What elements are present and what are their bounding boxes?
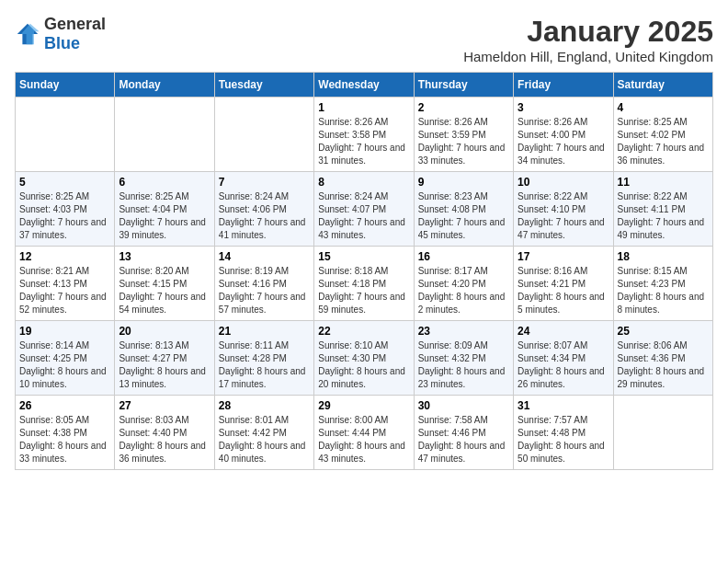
day-cell: 31Sunrise: 7:57 AMSunset: 4:48 PMDayligh… <box>514 396 613 470</box>
day-info: Sunrise: 8:05 AMSunset: 4:38 PMDaylight:… <box>19 414 110 465</box>
day-number: 14 <box>219 250 310 263</box>
day-number: 6 <box>119 176 210 189</box>
day-info: Sunrise: 8:23 AMSunset: 4:08 PMDaylight:… <box>418 190 509 242</box>
day-info: Sunrise: 8:22 AMSunset: 4:10 PMDaylight:… <box>518 190 609 242</box>
calendar-title: January 2025 <box>463 15 713 49</box>
day-number: 27 <box>119 399 210 412</box>
day-number: 15 <box>318 250 409 263</box>
header-monday: Monday <box>115 73 214 98</box>
day-info: Sunrise: 8:00 AMSunset: 4:44 PMDaylight:… <box>318 414 409 465</box>
header-row: SundayMondayTuesdayWednesdayThursdayFrid… <box>16 73 713 98</box>
day-number: 29 <box>318 399 409 412</box>
day-info: Sunrise: 8:16 AMSunset: 4:21 PMDaylight:… <box>518 265 609 316</box>
day-info: Sunrise: 8:19 AMSunset: 4:16 PMDaylight:… <box>219 265 310 316</box>
day-cell: 28Sunrise: 8:01 AMSunset: 4:42 PMDayligh… <box>214 396 313 470</box>
page-header: General Blue January 2025 Hameldon Hill,… <box>15 15 713 64</box>
day-info: Sunrise: 8:15 AMSunset: 4:23 PMDaylight:… <box>618 265 709 316</box>
day-number: 7 <box>219 176 310 189</box>
day-number: 4 <box>618 101 709 114</box>
day-number: 9 <box>418 176 509 189</box>
day-info: Sunrise: 8:25 AMSunset: 4:04 PMDaylight:… <box>119 190 210 242</box>
day-number: 19 <box>19 325 110 338</box>
day-info: Sunrise: 7:58 AMSunset: 4:46 PMDaylight:… <box>418 414 509 465</box>
day-cell: 19Sunrise: 8:14 AMSunset: 4:25 PMDayligh… <box>16 321 115 396</box>
day-number: 2 <box>418 101 509 114</box>
day-info: Sunrise: 8:07 AMSunset: 4:34 PMDaylight:… <box>518 339 609 391</box>
day-number: 23 <box>418 325 509 338</box>
day-info: Sunrise: 8:26 AMSunset: 3:59 PMDaylight:… <box>418 116 509 167</box>
day-cell: 23Sunrise: 8:09 AMSunset: 4:32 PMDayligh… <box>414 321 513 396</box>
day-number: 31 <box>518 399 609 412</box>
day-cell: 3Sunrise: 8:26 AMSunset: 4:00 PMDaylight… <box>514 98 613 172</box>
day-number: 28 <box>219 399 310 412</box>
day-number: 17 <box>518 250 609 263</box>
day-cell <box>214 98 313 172</box>
day-cell: 1Sunrise: 8:26 AMSunset: 3:58 PMDaylight… <box>314 98 414 172</box>
day-cell: 26Sunrise: 8:05 AMSunset: 4:38 PMDayligh… <box>16 396 115 470</box>
day-cell: 7Sunrise: 8:24 AMSunset: 4:06 PMDaylight… <box>214 172 313 247</box>
week-row-2: 5Sunrise: 8:25 AMSunset: 4:03 PMDaylight… <box>16 172 713 247</box>
day-number: 25 <box>618 325 709 338</box>
day-info: Sunrise: 8:09 AMSunset: 4:32 PMDaylight:… <box>418 339 509 391</box>
logo-general: General <box>44 15 106 33</box>
day-info: Sunrise: 8:25 AMSunset: 4:02 PMDaylight:… <box>618 116 709 167</box>
day-cell <box>16 98 115 172</box>
day-number: 10 <box>518 176 609 189</box>
day-info: Sunrise: 8:01 AMSunset: 4:42 PMDaylight:… <box>219 414 310 465</box>
day-number: 22 <box>318 325 409 338</box>
logo: General Blue <box>15 15 106 53</box>
day-cell: 30Sunrise: 7:58 AMSunset: 4:46 PMDayligh… <box>414 396 513 470</box>
day-cell: 8Sunrise: 8:24 AMSunset: 4:07 PMDaylight… <box>314 172 414 247</box>
day-info: Sunrise: 8:25 AMSunset: 4:03 PMDaylight:… <box>19 190 110 242</box>
header-friday: Friday <box>514 73 613 98</box>
day-cell: 16Sunrise: 8:17 AMSunset: 4:20 PMDayligh… <box>414 247 513 321</box>
day-cell: 2Sunrise: 8:26 AMSunset: 3:59 PMDaylight… <box>414 98 513 172</box>
day-info: Sunrise: 8:13 AMSunset: 4:27 PMDaylight:… <box>119 339 210 391</box>
day-cell: 21Sunrise: 8:11 AMSunset: 4:28 PMDayligh… <box>214 321 313 396</box>
week-row-5: 26Sunrise: 8:05 AMSunset: 4:38 PMDayligh… <box>16 396 713 470</box>
day-cell: 12Sunrise: 8:21 AMSunset: 4:13 PMDayligh… <box>16 247 115 321</box>
week-row-3: 12Sunrise: 8:21 AMSunset: 4:13 PMDayligh… <box>16 247 713 321</box>
day-cell: 25Sunrise: 8:06 AMSunset: 4:36 PMDayligh… <box>613 321 712 396</box>
logo-blue: Blue <box>44 34 80 52</box>
day-info: Sunrise: 8:18 AMSunset: 4:18 PMDaylight:… <box>318 265 409 316</box>
calendar-table: SundayMondayTuesdayWednesdayThursdayFrid… <box>15 72 713 470</box>
day-cell: 6Sunrise: 8:25 AMSunset: 4:04 PMDaylight… <box>115 172 214 247</box>
header-saturday: Saturday <box>613 73 712 98</box>
day-info: Sunrise: 8:17 AMSunset: 4:20 PMDaylight:… <box>418 265 509 316</box>
day-cell <box>115 98 214 172</box>
day-cell: 10Sunrise: 8:22 AMSunset: 4:10 PMDayligh… <box>514 172 613 247</box>
title-area: January 2025 Hameldon Hill, England, Uni… <box>463 15 713 64</box>
day-number: 20 <box>119 325 210 338</box>
day-info: Sunrise: 8:10 AMSunset: 4:30 PMDaylight:… <box>318 339 409 391</box>
day-cell: 4Sunrise: 8:25 AMSunset: 4:02 PMDaylight… <box>613 98 712 172</box>
day-cell: 14Sunrise: 8:19 AMSunset: 4:16 PMDayligh… <box>214 247 313 321</box>
day-cell: 5Sunrise: 8:25 AMSunset: 4:03 PMDaylight… <box>16 172 115 247</box>
header-wednesday: Wednesday <box>314 73 414 98</box>
week-row-1: 1Sunrise: 8:26 AMSunset: 3:58 PMDaylight… <box>16 98 713 172</box>
day-cell: 18Sunrise: 8:15 AMSunset: 4:23 PMDayligh… <box>613 247 712 321</box>
day-number: 3 <box>518 101 609 114</box>
day-info: Sunrise: 8:24 AMSunset: 4:06 PMDaylight:… <box>219 190 310 242</box>
header-thursday: Thursday <box>414 73 513 98</box>
day-cell: 27Sunrise: 8:03 AMSunset: 4:40 PMDayligh… <box>115 396 214 470</box>
day-number: 18 <box>618 250 709 263</box>
day-info: Sunrise: 8:24 AMSunset: 4:07 PMDaylight:… <box>318 190 409 242</box>
day-number: 5 <box>19 176 110 189</box>
day-number: 1 <box>318 101 409 114</box>
logo-icon <box>15 21 40 47</box>
day-info: Sunrise: 8:14 AMSunset: 4:25 PMDaylight:… <box>19 339 110 391</box>
day-cell: 15Sunrise: 8:18 AMSunset: 4:18 PMDayligh… <box>314 247 414 321</box>
day-info: Sunrise: 8:21 AMSunset: 4:13 PMDaylight:… <box>19 265 110 316</box>
day-cell: 29Sunrise: 8:00 AMSunset: 4:44 PMDayligh… <box>314 396 414 470</box>
day-info: Sunrise: 8:22 AMSunset: 4:11 PMDaylight:… <box>618 190 709 242</box>
day-cell: 9Sunrise: 8:23 AMSunset: 4:08 PMDaylight… <box>414 172 513 247</box>
calendar-subtitle: Hameldon Hill, England, United Kingdom <box>463 49 713 64</box>
day-cell: 17Sunrise: 8:16 AMSunset: 4:21 PMDayligh… <box>514 247 613 321</box>
day-info: Sunrise: 8:26 AMSunset: 3:58 PMDaylight:… <box>318 116 409 167</box>
day-number: 8 <box>318 176 409 189</box>
day-cell <box>613 396 712 470</box>
day-info: Sunrise: 7:57 AMSunset: 4:48 PMDaylight:… <box>518 414 609 465</box>
header-tuesday: Tuesday <box>214 73 313 98</box>
day-number: 24 <box>518 325 609 338</box>
